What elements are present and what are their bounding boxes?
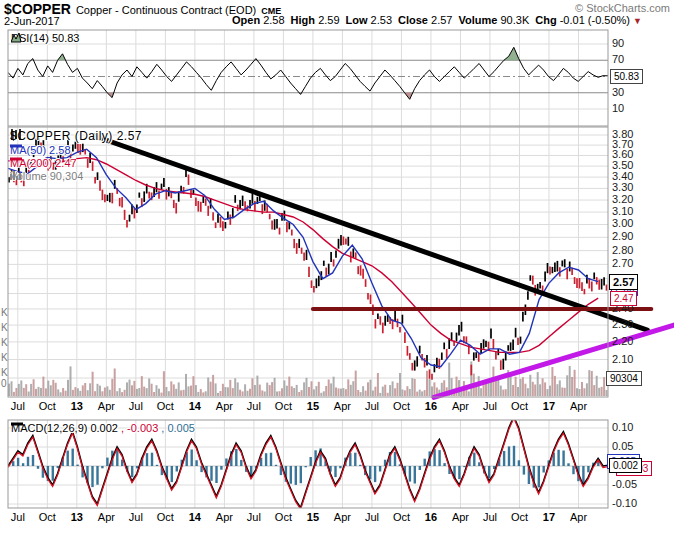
macd-hist-value: , -0.003 — [121, 422, 158, 434]
ma200-line-icon — [10, 157, 22, 161]
price-axis-label: 3.40 — [612, 170, 633, 182]
price-axis-label: 2.90 — [612, 230, 633, 242]
macd-axis-label: -0.05 — [612, 478, 637, 490]
macd-value-box: 0.002 — [609, 458, 642, 473]
rsi-indicator-icon — [11, 32, 22, 43]
x-axis-label: Oct — [39, 400, 56, 412]
x-axis-label: Jul — [11, 511, 25, 523]
x-axis-label: Apr — [570, 511, 587, 523]
x-axis-label: 17 — [543, 400, 555, 412]
x-axis-label: Apr — [216, 400, 233, 412]
macd-signal-value: , 0.005 — [161, 422, 195, 434]
rsi-axis-label: 90 — [612, 37, 624, 49]
price-axis-label: 3.30 — [612, 181, 633, 193]
ma50-legend: MA(50) 2.58 — [10, 144, 71, 156]
volume-value-box: 90304 — [606, 371, 642, 386]
x-axis-label: Jul — [129, 400, 143, 412]
price-axis-label: 3.20 — [612, 193, 633, 205]
x-axis-label: 13 — [71, 400, 83, 412]
macd-value: 0.002 — [90, 422, 118, 434]
candlestick-icon — [10, 129, 23, 140]
rsi-axis-label: 30 — [612, 86, 624, 98]
price-axis-label: 2.20 — [612, 335, 633, 347]
x-axis-label: 14 — [189, 511, 201, 523]
x-axis-label: Apr — [570, 400, 587, 412]
x-axis-label: Apr — [452, 511, 469, 523]
price-axis-label: 3.10 — [612, 205, 633, 217]
x-axis-label: Apr — [98, 400, 115, 412]
x-axis-label: Apr — [334, 511, 351, 523]
macd-axis-label: -0.10 — [612, 497, 637, 509]
macd-legend: MACD(12,26,9) 0.002, -0.003, 0.005 — [11, 422, 195, 434]
rsi-legend: RSI(14) 50.83 — [11, 32, 79, 44]
volume-axis-label: 0 — [1, 378, 7, 389]
x-axis-label: 14 — [189, 400, 201, 412]
x-axis-label: 17 — [543, 511, 555, 523]
x-axis-label: Jul — [129, 511, 143, 523]
price-axis-label: 2.30 — [612, 318, 633, 330]
x-axis-label: Jul — [365, 400, 379, 412]
price-legend: $COPPER (Daily) 2.57 — [10, 129, 142, 143]
volume-bars-icon — [10, 170, 22, 180]
x-axis-label: Jul — [247, 400, 261, 412]
x-axis-label: Apr — [334, 400, 351, 412]
ma200-value-box: 2.47 — [610, 291, 637, 306]
x-axis-label: 15 — [307, 400, 319, 412]
x-axis-label: Jul — [365, 511, 379, 523]
ma200-legend: MA(200) 2.47 — [10, 157, 77, 169]
x-axis-label: Jul — [11, 400, 25, 412]
x-axis-label: Oct — [511, 511, 528, 523]
volume-axis-label: K — [1, 337, 8, 348]
x-axis-label: Jul — [247, 511, 261, 523]
x-axis-label: 13 — [71, 511, 83, 523]
price-axis-label: 2.80 — [612, 244, 633, 256]
rsi-axis-label: 10 — [612, 102, 624, 114]
volume-axis-label: K — [1, 307, 8, 318]
price-legend-text: $COPPER (Daily) 2.57 — [10, 129, 142, 143]
x-axis-label: Apr — [216, 511, 233, 523]
x-axis-label: Oct — [157, 511, 174, 523]
x-axis-label: Oct — [39, 511, 56, 523]
x-axis-label: Jul — [483, 400, 497, 412]
rsi-value-box: 50.83 — [610, 69, 643, 84]
x-axis-label: Oct — [275, 400, 292, 412]
x-axis-label: 15 — [307, 511, 319, 523]
last-price-box: 2.57 — [609, 274, 638, 290]
volume-axis-label: K — [1, 322, 8, 333]
macd-axis-label: 0.05 — [612, 440, 633, 452]
x-axis-label: Oct — [511, 400, 528, 412]
x-axis-label: Jul — [483, 511, 497, 523]
volume-axis-label: K — [1, 352, 8, 363]
ma50-line-icon — [10, 144, 22, 148]
stockcharts-chart: $COPPER Copper - Continuous Contract (EO… — [0, 0, 674, 535]
volume-axis-label: K — [1, 367, 8, 378]
chart-graphics — [0, 0, 674, 535]
x-axis-label: Apr — [452, 400, 469, 412]
price-axis-label: 2.10 — [612, 353, 633, 365]
x-axis-label: Oct — [275, 511, 292, 523]
price-axis-label: 2.70 — [612, 257, 633, 269]
x-axis-label: Oct — [393, 400, 410, 412]
price-axis-label: 3.00 — [612, 217, 633, 229]
x-axis-label: 16 — [425, 400, 437, 412]
rsi-axis-label: 70 — [612, 53, 624, 65]
x-axis-label: Oct — [393, 511, 410, 523]
x-axis-label: 16 — [425, 511, 437, 523]
x-axis-label: Apr — [98, 511, 115, 523]
volume-legend: Volume 90,304 — [10, 170, 83, 182]
macd-line-icon — [11, 422, 23, 426]
x-axis-label: Oct — [157, 400, 174, 412]
macd-axis-label: 0.10 — [612, 421, 633, 433]
